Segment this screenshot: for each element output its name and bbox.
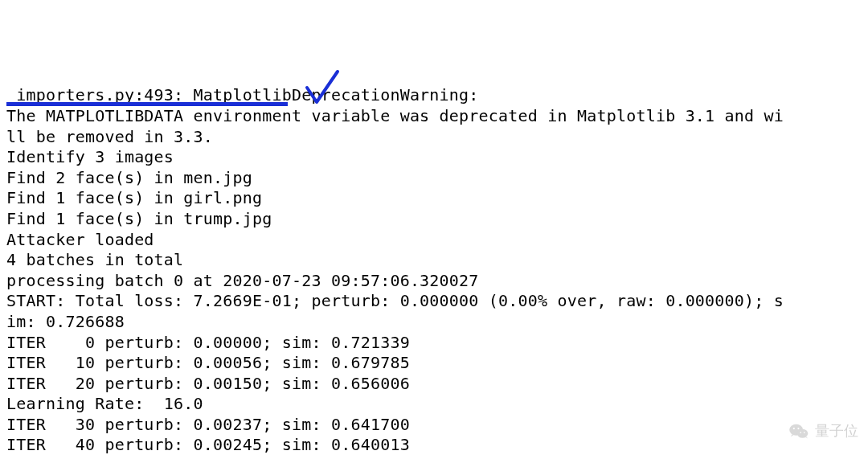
output-line: ITER 10 perturb: 0.00056; sim: 0.679785 [6,353,862,374]
output-line: END: Total loss: 6.3956E-01; perturb: 0.… [6,456,862,459]
output-line: ITER 30 perturb: 0.00237; sim: 0.641700 [6,415,862,436]
output-line: Identify 3 images [6,147,862,168]
svg-point-5 [804,432,805,433]
output-line: ITER 40 perturb: 0.00245; sim: 0.640013 [6,435,862,456]
terminal-output: _importers.py:493: MatplotlibDeprecation… [6,85,862,459]
output-line: ll be removed in 3.3. [6,127,862,148]
output-line: 4 batches in total [6,250,862,271]
output-line: Find 1 face(s) in trump.jpg [6,209,862,230]
output-line: Find 2 face(s) in men.jpg [6,168,862,189]
output-line: Learning Rate: 16.0 [6,394,862,415]
output-line: ITER 0 perturb: 0.00000; sim: 0.721339 [6,333,862,354]
output-line: Attacker loaded [6,230,862,251]
output-line: START: Total loss: 7.2669E-01; perturb: … [6,291,862,312]
svg-point-1 [797,429,808,438]
svg-point-3 [797,428,799,429]
watermark-label: 量子位 [815,422,858,441]
svg-point-2 [793,428,795,429]
source-watermark: 量子位 [788,420,858,443]
output-line: ITER 20 perturb: 0.00150; sim: 0.656006 [6,374,862,395]
highlight-underline [6,102,288,106]
output-line: processing batch 0 at 2020-07-23 09:57:0… [6,271,862,292]
output-line: Find 1 face(s) in girl.png [6,188,862,209]
output-line: The MATPLOTLIBDATA environment variable … [6,106,862,127]
wechat-icon [788,420,810,443]
svg-point-4 [800,432,801,433]
checkmark-icon [302,68,342,109]
output-line: im: 0.726688 [6,312,862,333]
